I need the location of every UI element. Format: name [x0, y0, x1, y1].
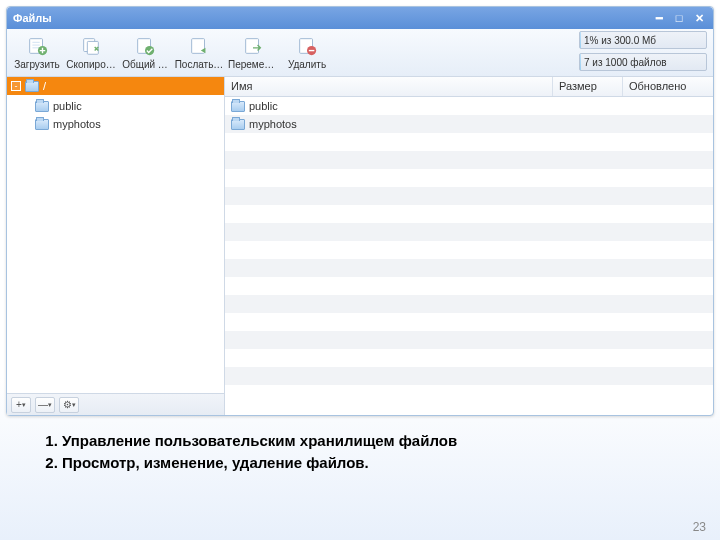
upload-icon — [26, 35, 48, 57]
tree-item-label: public — [53, 100, 82, 112]
tree-root[interactable]: - / — [7, 77, 224, 95]
table-row — [225, 331, 713, 349]
tree-list: public myphotos — [7, 95, 224, 393]
status-space-bar — [580, 32, 581, 48]
delete-button[interactable]: Удалить — [281, 32, 333, 74]
remove-folder-button[interactable]: —▾ — [35, 397, 55, 413]
folder-icon — [35, 119, 49, 130]
share-label: Общий … — [122, 59, 168, 70]
close-button[interactable]: ✕ — [691, 10, 707, 26]
file-name: public — [249, 100, 278, 112]
tree-pane: - / public myphotos +▾ —▾ — [7, 77, 225, 415]
copy-label: Скопиро… — [66, 59, 115, 70]
minus-icon: — — [38, 399, 48, 410]
move-button[interactable]: Перемес… — [227, 32, 279, 74]
status-files: 7 из 1000 файлов — [579, 53, 707, 71]
gear-icon: ⚙ — [63, 399, 72, 410]
status-files-bar — [580, 54, 581, 70]
page-number: 23 — [693, 520, 706, 534]
status-space-text: 1% из 300.0 Мб — [584, 35, 656, 46]
settings-button[interactable]: ⚙▾ — [59, 397, 79, 413]
tree-item-label: myphotos — [53, 118, 101, 130]
table-row — [225, 151, 713, 169]
status-space: 1% из 300.0 Мб — [579, 31, 707, 49]
col-updated[interactable]: Обновлено — [623, 77, 713, 96]
toolbar: Загрузить Скопиро… Общий … Послать… Пере… — [7, 29, 713, 77]
file-name: myphotos — [249, 118, 297, 130]
table-row — [225, 259, 713, 277]
add-folder-button[interactable]: +▾ — [11, 397, 31, 413]
share-icon — [134, 35, 156, 57]
send-icon — [188, 35, 210, 57]
window-title: Файлы — [13, 12, 647, 24]
minimize-button[interactable]: ━ — [651, 10, 667, 26]
col-size[interactable]: Размер — [553, 77, 623, 96]
copy-icon — [80, 35, 102, 57]
send-label: Послать… — [175, 59, 224, 70]
folder-icon — [25, 81, 39, 92]
collapse-icon: - — [11, 81, 21, 91]
table-row — [225, 349, 713, 367]
table-row[interactable]: public — [225, 97, 713, 115]
upload-button[interactable]: Загрузить — [11, 32, 63, 74]
move-icon — [242, 35, 264, 57]
table-row — [225, 295, 713, 313]
titlebar: Файлы ━ □ ✕ — [7, 7, 713, 29]
caption-item-2: Просмотр, изменение, удаление файлов. — [62, 452, 457, 474]
delete-label: Удалить — [288, 59, 326, 70]
table-row — [225, 205, 713, 223]
tree-item-public[interactable]: public — [7, 97, 224, 115]
status-box: 1% из 300.0 Мб 7 из 1000 файлов — [579, 31, 707, 71]
table-row — [225, 277, 713, 295]
status-files-text: 7 из 1000 файлов — [584, 57, 667, 68]
share-button[interactable]: Общий … — [119, 32, 171, 74]
maximize-button[interactable]: □ — [671, 10, 687, 26]
table-row — [225, 169, 713, 187]
folder-icon — [35, 101, 49, 112]
svg-rect-7 — [246, 39, 259, 54]
list-header: Имя Размер Обновлено — [225, 77, 713, 97]
table-row — [225, 223, 713, 241]
tree-item-myphotos[interactable]: myphotos — [7, 115, 224, 133]
delete-icon — [296, 35, 318, 57]
list-body: publicmyphotos — [225, 97, 713, 415]
tree-footer: +▾ —▾ ⚙▾ — [7, 393, 224, 415]
table-row[interactable]: myphotos — [225, 115, 713, 133]
body: - / public myphotos +▾ —▾ — [7, 77, 713, 415]
file-manager-window: Файлы ━ □ ✕ Загрузить Скопиро… Общий … — [6, 6, 714, 416]
caption: Управление пользовательским хранилищем ф… — [40, 430, 457, 474]
move-label: Перемес… — [228, 59, 278, 70]
folder-icon — [231, 119, 245, 130]
table-row — [225, 133, 713, 151]
tree-root-label: / — [43, 80, 46, 92]
table-row — [225, 367, 713, 385]
list-pane: Имя Размер Обновлено publicmyphotos — [225, 77, 713, 415]
table-row — [225, 313, 713, 331]
caption-item-1: Управление пользовательским хранилищем ф… — [62, 430, 457, 452]
table-row — [225, 241, 713, 259]
send-button[interactable]: Послать… — [173, 32, 225, 74]
upload-label: Загрузить — [14, 59, 60, 70]
copy-button[interactable]: Скопиро… — [65, 32, 117, 74]
folder-icon — [231, 101, 245, 112]
col-name[interactable]: Имя — [225, 77, 553, 96]
table-row — [225, 187, 713, 205]
